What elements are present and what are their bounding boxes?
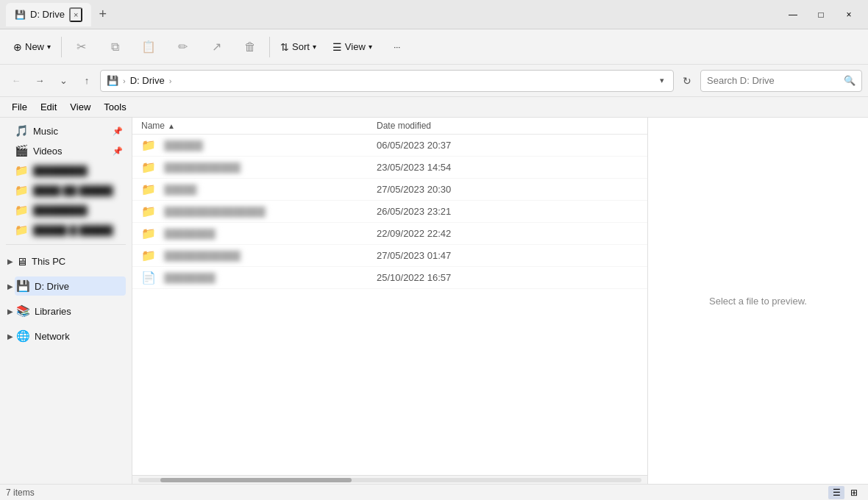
table-row[interactable]: 📁 ████████ 22/09/2022 22:42 (132, 223, 647, 245)
menu-file[interactable]: File (6, 99, 33, 115)
forward-button[interactable]: → (29, 71, 50, 91)
copy-button[interactable]: ⧉ (99, 32, 131, 62)
file-date-5: 27/05/2023 01:47 (377, 250, 494, 261)
preview-text: Select a file to preview. (709, 296, 807, 307)
folder3-icon: 📁 (15, 204, 29, 217)
sort-button[interactable]: ⇅ Sort ▾ (273, 32, 324, 62)
libraries-icon: 📚 (16, 304, 30, 318)
sort-icon: ⇅ (280, 41, 289, 53)
title-bar: 💾 D: Drive × + — □ × (0, 0, 868, 29)
share-icon: ↗ (212, 40, 221, 54)
sidebar-item-folder4[interactable]: 📁 █████ █ █████ (3, 221, 129, 240)
libraries-expand-icon[interactable]: ▶ (6, 306, 15, 317)
minimize-button[interactable]: — (780, 4, 806, 25)
file-name-cell-5: 📁 ████████████ (141, 249, 377, 262)
sidebar-folder2-label: ████ ██ █████ (33, 185, 123, 196)
address-path-label: D: Drive (130, 75, 165, 86)
sidebar-folder4-label: █████ █ █████ (33, 225, 123, 236)
delete-button[interactable]: 🗑 (234, 32, 266, 62)
file-header: Name ▲ Date modified (132, 118, 647, 135)
toolbar: ⊕ New ▾ ✂ ⧉ 📋 ✏ ↗ 🗑 ⇅ Sort ▾ ☰ View ▾ ··… (0, 29, 868, 65)
table-row[interactable]: 📁 ████████████████ 26/05/2023 23:21 (132, 201, 647, 223)
details-view-button[interactable]: ☰ (828, 486, 844, 499)
sidebar: 🎵 Music 📌 🎬 Videos 📌 📁 ████████ 📁 ████ █… (0, 118, 132, 484)
tiles-view-button[interactable]: ⊞ (846, 486, 862, 499)
sidebar-item-this-pc[interactable]: 🖥 This PC (15, 252, 126, 271)
file-label-0: ██████ (162, 140, 205, 151)
share-button[interactable]: ↗ (200, 32, 232, 62)
file-label-5: ████████████ (162, 250, 243, 262)
sidebar-libraries-group: ▶ 📚 Libraries (0, 299, 132, 324)
horizontal-scrollbar[interactable] (138, 478, 641, 482)
this-pc-expand-icon[interactable]: ▶ (6, 256, 15, 267)
more-button[interactable]: ··· (381, 32, 413, 62)
active-tab[interactable]: 💾 D: Drive × (6, 3, 91, 26)
search-bar[interactable]: 🔍 (700, 70, 862, 92)
address-bar[interactable]: 💾 › D: Drive › ▾ (100, 70, 674, 92)
folder2-icon: 📁 (15, 184, 29, 197)
libraries-label: Libraries (35, 306, 120, 317)
up-button[interactable]: ↑ (77, 71, 97, 91)
sidebar-item-folder2[interactable]: 📁 ████ ██ █████ (3, 181, 129, 200)
sidebar-item-music[interactable]: 🎵 Music 📌 (3, 121, 129, 140)
sidebar-folder1-label: ████████ (33, 165, 123, 176)
file-area: Name ▲ Date modified 📁 ██████ 06/05/2023… (132, 118, 647, 484)
sidebar-item-folder1[interactable]: 📁 ████████ (3, 161, 129, 180)
file-label-6: ████████ (162, 272, 218, 284)
folder4-icon: 📁 (15, 224, 29, 237)
sidebar-item-videos[interactable]: 🎬 Videos 📌 (3, 141, 129, 160)
column-date-header[interactable]: Date modified (377, 121, 494, 131)
d-drive-expand-icon[interactable]: ▶ (6, 281, 15, 292)
file-name-cell-1: 📁 ████████████ (141, 160, 377, 174)
view-button[interactable]: ☰ View ▾ (325, 32, 380, 62)
table-row[interactable]: 📄 ████████ 25/10/2022 16:57 (132, 267, 647, 289)
sidebar-item-d-drive[interactable]: 💾 D: Drive (15, 276, 126, 296)
music-pin-icon: 📌 (113, 126, 123, 136)
address-row: ← → ⌄ ↑ 💾 › D: Drive › ▾ ↻ 🔍 (0, 65, 868, 97)
menu-tools[interactable]: Tools (98, 99, 132, 115)
view-label: View (345, 41, 366, 52)
recent-locations-button[interactable]: ⌄ (53, 71, 74, 91)
table-row[interactable]: 📁 █████ 27/05/2023 20:30 (132, 179, 647, 201)
table-row[interactable]: 📁 ████████████ 27/05/2023 01:47 (132, 245, 647, 267)
file-date-0: 06/05/2023 20:37 (377, 140, 494, 151)
refresh-button[interactable]: ↻ (677, 71, 697, 91)
sidebar-item-network[interactable]: 🌐 Network (15, 326, 126, 346)
paste-button[interactable]: 📋 (132, 32, 165, 62)
file-doc-icon-6: 📄 (141, 271, 156, 285)
paste-icon: 📋 (141, 40, 156, 54)
file-name-cell-0: 📁 ██████ (141, 138, 377, 152)
menu-view[interactable]: View (64, 99, 96, 115)
file-name-cell-4: 📁 ████████ (141, 226, 377, 240)
menu-edit[interactable]: Edit (35, 99, 63, 115)
address-dropdown-button[interactable]: ▾ (657, 74, 667, 87)
back-button[interactable]: ← (6, 71, 26, 91)
cut-button[interactable]: ✂ (65, 32, 97, 62)
network-label: Network (35, 331, 120, 342)
sidebar-item-libraries[interactable]: 📚 Libraries (15, 301, 126, 321)
network-expand-icon[interactable]: ▶ (6, 331, 15, 342)
column-name-header[interactable]: Name ▲ (141, 121, 377, 131)
table-row[interactable]: 📁 ████████████ 23/05/2023 14:54 (132, 157, 647, 179)
file-name-cell-3: 📁 ████████████████ (141, 204, 377, 218)
window-controls: — □ × (780, 4, 862, 25)
new-icon: ⊕ (13, 41, 22, 53)
tab-drive-icon: 💾 (15, 10, 26, 20)
menu-bar: File Edit View Tools (0, 97, 868, 118)
tab-title: D: Drive (30, 9, 65, 20)
close-tab-button[interactable]: × (69, 7, 82, 22)
preview-pane: Select a file to preview. (647, 118, 868, 484)
rename-icon: ✏ (178, 40, 188, 54)
table-row[interactable]: 📁 ██████ 06/05/2023 20:37 (132, 135, 647, 157)
file-folder-icon-5: 📁 (141, 249, 156, 262)
maximize-button[interactable]: □ (808, 4, 834, 25)
rename-button[interactable]: ✏ (166, 32, 199, 62)
search-input[interactable] (707, 75, 841, 86)
sidebar-item-folder3[interactable]: 📁 ████████ (3, 201, 129, 220)
address-separator-2: › (169, 76, 172, 85)
new-tab-button[interactable]: + (94, 5, 111, 24)
cut-icon: ✂ (77, 40, 86, 54)
horizontal-scrollbar-thumb[interactable] (160, 478, 352, 482)
new-button[interactable]: ⊕ New ▾ (6, 32, 58, 62)
close-window-button[interactable]: × (836, 4, 862, 25)
